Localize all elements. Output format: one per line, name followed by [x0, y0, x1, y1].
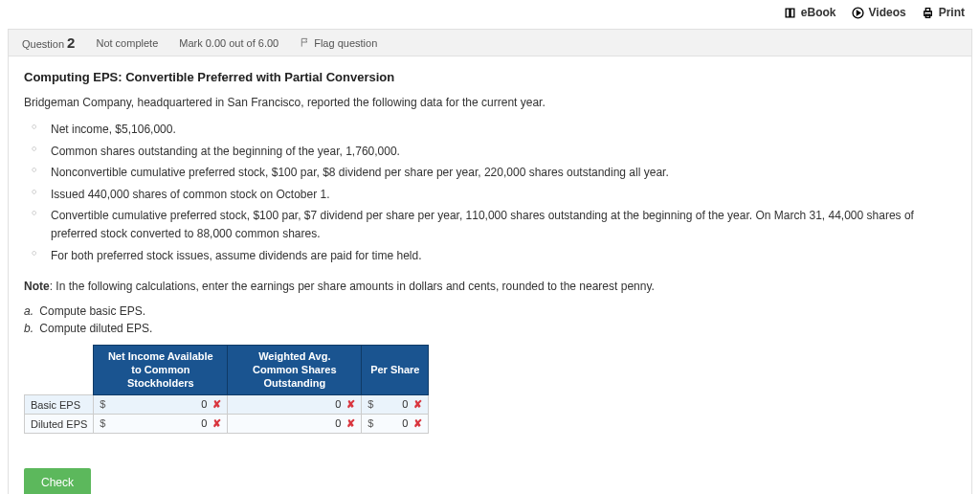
task-b: b. Compute diluted EPS.: [24, 322, 956, 335]
input-cell[interactable]: $0 ✘: [362, 415, 429, 434]
row-label: Basic EPS: [25, 395, 94, 415]
list-item: Convertible cumulative preferred stock, …: [41, 205, 956, 244]
x-icon: ✘: [413, 398, 422, 410]
list-item: Issued 440,000 shares of common stock on…: [41, 184, 956, 206]
col-header: Per Share: [362, 346, 429, 395]
question-content: Computing EPS: Convertible Preferred wit…: [8, 56, 972, 494]
x-icon: ✘: [413, 417, 422, 429]
task-a: a. Compute basic EPS.: [24, 304, 956, 318]
input-cell[interactable]: 0 ✘: [228, 395, 362, 415]
col-header: Weighted Avg. Common Shares Outstanding: [228, 346, 362, 395]
note-text: Note: In the following calculations, ent…: [24, 278, 956, 295]
x-icon: ✘: [346, 417, 355, 429]
videos-link[interactable]: Videos: [852, 6, 906, 19]
question-title: Computing EPS: Convertible Preferred wit…: [24, 70, 956, 84]
row-label: Diluted EPS: [25, 415, 94, 434]
print-link[interactable]: Print: [922, 6, 965, 19]
flag-question[interactable]: Flag question: [300, 37, 377, 49]
question-number: Question 2: [22, 34, 75, 51]
svg-rect-2: [925, 8, 929, 11]
input-cell[interactable]: $0 ✘: [94, 395, 228, 415]
x-icon: ✘: [346, 398, 355, 410]
input-cell[interactable]: $0 ✘: [362, 395, 429, 415]
list-item: Common shares outstanding at the beginni…: [41, 141, 956, 163]
question-intro: Bridgeman Company, headquartered in San …: [24, 94, 956, 111]
print-icon: [922, 7, 934, 19]
eps-table: Net Income Available to Common Stockhold…: [24, 345, 429, 434]
videos-label: Videos: [869, 6, 906, 19]
question-header: Question 2 Not complete Mark 0.00 out of…: [8, 29, 972, 56]
question-mark: Mark 0.00 out of 6.00: [179, 37, 278, 49]
print-label: Print: [939, 6, 965, 19]
data-list: Net income, $5,106,000. Common shares ou…: [24, 119, 956, 266]
input-cell[interactable]: 0 ✘: [228, 415, 362, 434]
col-header: Net Income Available to Common Stockhold…: [94, 346, 228, 395]
list-item: Nonconvertible cumulative preferred stoc…: [41, 162, 956, 184]
list-item: Net income, $5,106,000.: [41, 119, 956, 141]
ebook-label: eBook: [801, 6, 836, 19]
list-item: For both preferred stock issues, assume …: [41, 245, 956, 267]
x-icon: ✘: [212, 398, 221, 410]
ebook-link[interactable]: eBook: [784, 6, 836, 19]
flag-icon: [300, 37, 310, 48]
table-row: Diluted EPS $0 ✘ 0 ✘ $0 ✘: [25, 415, 429, 434]
x-icon: ✘: [212, 417, 221, 429]
play-icon: [852, 7, 864, 19]
check-button[interactable]: Check: [24, 468, 91, 494]
table-row: Basic EPS $0 ✘ 0 ✘ $0 ✘: [25, 395, 429, 415]
top-toolbar: eBook Videos Print: [0, 0, 980, 23]
task-list: a. Compute basic EPS. b. Compute diluted…: [24, 304, 956, 335]
book-icon: [784, 7, 796, 19]
question-status: Not complete: [96, 37, 158, 49]
input-cell[interactable]: $0 ✘: [94, 415, 228, 434]
